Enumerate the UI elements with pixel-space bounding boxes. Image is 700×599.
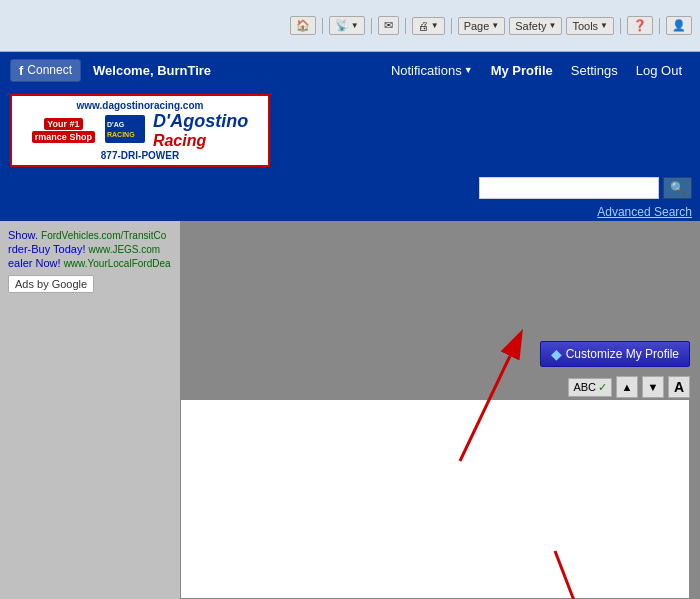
check-icon: ✓ [598, 381, 607, 394]
ads-by-google-btn[interactable]: Ads by Google [8, 275, 94, 293]
logo-url: www.dagostinoracing.com [77, 100, 204, 111]
connect-label: Connect [27, 63, 72, 77]
advanced-search-bar: Advanced Search [0, 203, 700, 221]
font-btn[interactable]: A [668, 376, 690, 398]
tools-btn[interactable]: Tools ▼ [566, 17, 614, 35]
facebook-icon: f [19, 63, 23, 78]
svg-text:D'AG: D'AG [107, 121, 125, 128]
settings-link[interactable]: Settings [563, 59, 626, 82]
logo-tagline2: rmance Shop [32, 131, 95, 143]
right-panel: ◆ Customize My Profile ABC ✓ ▲ ▼ A [180, 221, 700, 599]
my-profile-link[interactable]: My Profile [483, 59, 561, 82]
browser-toolbar: 🏠 📡 ▼ ✉ 🖨 ▼ Page ▼ Safety ▼ Tools ▼ ❓ 👤 [0, 0, 700, 52]
logo-bar: www.dagostinoracing.com Your #1 rmance S… [0, 88, 700, 173]
editor-toolbar: ABC ✓ ▲ ▼ A [568, 376, 690, 398]
toolbar-icons: 🏠 📡 ▼ ✉ 🖨 ▼ Page ▼ Safety ▼ Tools ▼ ❓ 👤 [290, 16, 692, 35]
search-bar: 🔍 [0, 173, 700, 203]
down-arrow-btn[interactable]: ▼ [642, 376, 664, 398]
ad-item-3[interactable]: ealer Now! www.YourLocalFordDea [8, 257, 172, 269]
email-btn[interactable]: ✉ [378, 16, 399, 35]
ads-panel: Show. FordVehicles.com/TransitCo rder-Bu… [0, 221, 180, 599]
main-content: Show. FordVehicles.com/TransitCo rder-Bu… [0, 221, 700, 599]
up-arrow-btn[interactable]: ▲ [616, 376, 638, 398]
logo-tagline: Your #1 [44, 118, 82, 130]
abc-icon: ABC [573, 381, 596, 393]
spellcheck-btn[interactable]: ABC ✓ [568, 378, 612, 397]
page-btn[interactable]: Page ▼ [458, 17, 506, 35]
feeds-btn[interactable]: 📡 ▼ [329, 16, 365, 35]
ad-item-2[interactable]: rder-Buy Today! www.JEGS.com [8, 243, 172, 255]
search-button[interactable]: 🔍 [663, 177, 692, 199]
nav-bar: f Connect Welcome, BurnTire Notification… [0, 52, 700, 88]
logo-box: www.dagostinoracing.com Your #1 rmance S… [10, 94, 270, 167]
print-btn[interactable]: 🖨 ▼ [412, 17, 445, 35]
facebook-connect-btn[interactable]: f Connect [10, 59, 81, 82]
nav-username: BurnTire [157, 63, 211, 78]
racing-logo-icon: D'AG RACING [105, 115, 145, 143]
logout-link[interactable]: Log Out [628, 59, 690, 82]
user-btn[interactable]: 👤 [666, 16, 692, 35]
sep1 [322, 18, 323, 34]
logo-main: Your #1 rmance Shop D'AG RACING D'Agosti… [32, 111, 248, 150]
sep4 [451, 18, 452, 34]
home-btn[interactable]: 🏠 [290, 16, 316, 35]
editor-area[interactable] [180, 399, 690, 599]
customize-label: Customize My Profile [566, 347, 679, 361]
sep2 [371, 18, 372, 34]
logo-name: D'Agostino [153, 111, 248, 132]
search-input[interactable] [479, 177, 659, 199]
nav-links: Notifications ▼ My Profile Settings Log … [383, 59, 690, 82]
safety-btn[interactable]: Safety ▼ [509, 17, 562, 35]
svg-rect-0 [105, 115, 145, 143]
notifications-link[interactable]: Notifications ▼ [383, 59, 481, 82]
help-btn[interactable]: ❓ [627, 16, 653, 35]
ad-item-1[interactable]: Show. FordVehicles.com/TransitCo [8, 229, 172, 241]
logo-phone: 877-DRI-POWER [101, 150, 179, 161]
nav-welcome: Welcome, BurnTire [93, 63, 211, 78]
customize-my-profile-btn[interactable]: ◆ Customize My Profile [540, 341, 690, 367]
svg-text:RACING: RACING [107, 131, 135, 138]
advanced-search-link[interactable]: Advanced Search [597, 205, 692, 219]
sep5 [620, 18, 621, 34]
sep6 [659, 18, 660, 34]
ads-by-google: Ads by Google [8, 275, 172, 293]
logo-racing: Racing [153, 132, 248, 150]
page-wrapper: 🏠 📡 ▼ ✉ 🖨 ▼ Page ▼ Safety ▼ Tools ▼ ❓ 👤 [0, 0, 700, 599]
customize-diamond-icon: ◆ [551, 346, 562, 362]
sep3 [405, 18, 406, 34]
